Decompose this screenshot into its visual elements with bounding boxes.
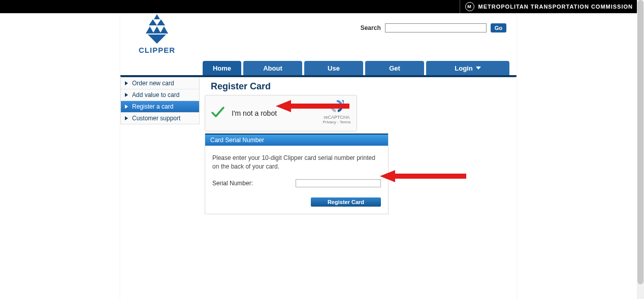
svg-marker-6 bbox=[148, 35, 166, 44]
checkmark-icon bbox=[210, 105, 226, 122]
search-go-button[interactable]: Go bbox=[491, 23, 506, 32]
sidebar-item-customer-support[interactable]: Customer support bbox=[121, 112, 199, 124]
svg-marker-2 bbox=[157, 19, 165, 25]
serial-field-row: Serial Number: bbox=[212, 179, 381, 187]
sidebar-item-label: Order new card bbox=[132, 80, 174, 87]
body-columns: Order new card Add value to card Registe… bbox=[120, 77, 517, 222]
page-title: Register Card bbox=[211, 81, 508, 92]
register-card-button[interactable]: Register Card bbox=[311, 197, 381, 207]
main-content: Register Card I'm not a robot reCAPTCH bbox=[200, 77, 517, 222]
chevron-down-icon bbox=[476, 67, 481, 70]
serial-panel-header: Card Serial Number bbox=[205, 134, 388, 146]
recaptcha-label: I'm not a robot bbox=[232, 109, 277, 117]
search-input[interactable] bbox=[385, 23, 487, 32]
arrow-right-icon bbox=[125, 105, 128, 109]
nav-tab-use[interactable]: Use bbox=[304, 61, 363, 75]
main-nav: Home About Use Get Login bbox=[203, 61, 517, 75]
mtc-icon: M bbox=[465, 2, 474, 11]
mtc-link[interactable]: M METROPOLITAN TRANSPORTATION COMMISSION bbox=[465, 2, 637, 11]
sidebar-item-label: Register a card bbox=[132, 103, 173, 110]
top-bar: M METROPOLITAN TRANSPORTATION COMMISSION bbox=[0, 0, 637, 13]
recaptcha-icon bbox=[329, 98, 345, 114]
search-label: Search bbox=[361, 24, 381, 31]
sidebar-item-add-value[interactable]: Add value to card bbox=[121, 89, 199, 101]
recaptcha-brand: reCAPTCHA Privacy - Terms bbox=[320, 98, 353, 124]
mtc-text: METROPOLITAN TRANSPORTATION COMMISSION bbox=[478, 4, 633, 10]
arrow-right-icon bbox=[125, 93, 128, 97]
logo-text: CLIPPER bbox=[139, 46, 175, 54]
sidebar-item-label: Customer support bbox=[132, 115, 180, 122]
serial-number-input[interactable] bbox=[296, 179, 381, 187]
search-area: Search Go bbox=[361, 23, 506, 32]
svg-marker-1 bbox=[149, 19, 157, 25]
sidebar-item-label: Add value to card bbox=[132, 91, 179, 98]
nav-tab-get[interactable]: Get bbox=[365, 61, 424, 75]
recaptcha-links[interactable]: Privacy - Terms bbox=[320, 120, 353, 124]
nav-tab-login-label: Login bbox=[455, 64, 472, 72]
logo[interactable]: CLIPPER bbox=[139, 14, 175, 54]
svg-marker-4 bbox=[153, 26, 161, 34]
svg-marker-0 bbox=[154, 14, 160, 19]
arrow-right-icon bbox=[125, 81, 128, 85]
nav-tab-home[interactable]: Home bbox=[203, 61, 241, 75]
serial-panel-body: Please enter your 10-digit Clipper card … bbox=[205, 146, 388, 214]
sidebar-item-order-new-card[interactable]: Order new card bbox=[121, 77, 199, 89]
recaptcha-brand-text: reCAPTCHA bbox=[320, 115, 353, 120]
svg-marker-3 bbox=[146, 26, 154, 34]
topbar-divider bbox=[460, 0, 460, 13]
header: CLIPPER Search Go bbox=[120, 13, 517, 61]
annotation-arrow-2 bbox=[380, 169, 469, 184]
sidebar-item-register-card[interactable]: Register a card bbox=[121, 101, 199, 112]
clipper-logo-icon bbox=[144, 14, 170, 45]
page-container: CLIPPER Search Go Home About Use Get Log… bbox=[120, 13, 517, 299]
serial-panel: Card Serial Number Please enter your 10-… bbox=[205, 134, 389, 214]
recaptcha-widget[interactable]: I'm not a robot reCAPTCHA Privacy - Term… bbox=[205, 95, 357, 131]
nav-tab-about[interactable]: About bbox=[243, 61, 302, 75]
sidebar: Order new card Add value to card Registe… bbox=[120, 77, 200, 124]
scrollbar-thumb[interactable] bbox=[637, 0, 643, 284]
scrollbar[interactable] bbox=[637, 0, 644, 299]
nav-tab-login[interactable]: Login bbox=[426, 61, 509, 75]
serial-instruction: Please enter your 10-digit Clipper card … bbox=[212, 154, 381, 171]
svg-marker-5 bbox=[160, 26, 168, 34]
arrow-right-icon bbox=[125, 116, 128, 120]
serial-field-label: Serial Number: bbox=[212, 180, 253, 187]
